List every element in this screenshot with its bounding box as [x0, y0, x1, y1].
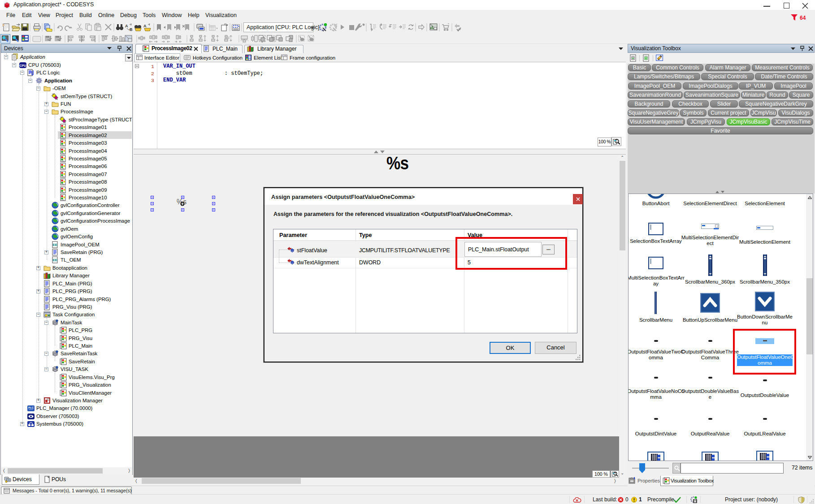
svg-text:A: A	[125, 24, 128, 28]
svg-text:B: B	[130, 27, 133, 32]
svg-text:A: A	[143, 24, 147, 28]
